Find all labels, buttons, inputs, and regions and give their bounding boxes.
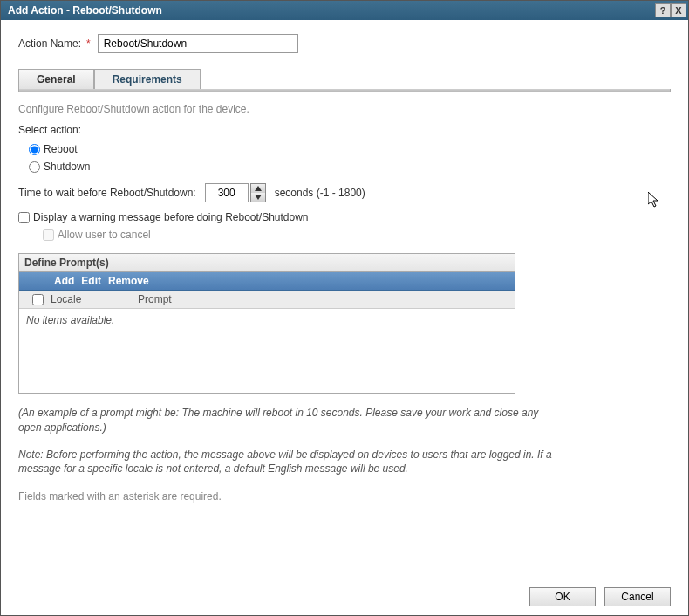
prompts-col-prompt: Prompt xyxy=(138,293,509,305)
prompts-column-headers: Locale Prompt xyxy=(19,291,515,309)
prompt-note-text: Note: Before performing the action, the … xyxy=(18,448,559,477)
required-asterisk: * xyxy=(86,38,91,50)
action-name-row: Action Name: * xyxy=(18,34,671,53)
help-icon: ? xyxy=(660,6,666,16)
action-name-input[interactable] xyxy=(98,34,298,53)
titlebar-buttons: ? X xyxy=(655,3,686,17)
time-wait-row: Time to wait before Reboot/Shutdown: sec… xyxy=(18,183,671,202)
svg-marker-0 xyxy=(255,186,262,191)
radio-shutdown-label: Shutdown xyxy=(44,161,90,173)
define-prompts-panel: Define Prompt(s) Add Edit Remove Locale … xyxy=(18,253,515,394)
close-button[interactable]: X xyxy=(671,3,686,17)
action-name-label: Action Name: xyxy=(18,38,81,50)
chevron-down-icon xyxy=(255,195,262,200)
cancel-button[interactable]: Cancel xyxy=(604,587,671,606)
time-wait-input[interactable] xyxy=(205,183,249,202)
spinner-down-button[interactable] xyxy=(251,193,265,202)
tab-requirements[interactable]: Requirements xyxy=(94,69,201,89)
titlebar: Add Action - Reboot/Shutdown ? X xyxy=(1,1,688,20)
help-button[interactable]: ? xyxy=(655,3,671,17)
display-warning-checkbox[interactable] xyxy=(18,212,30,223)
display-warning-label: Display a warning message before doing R… xyxy=(33,211,309,223)
window-title: Add Action - Reboot/Shutdown xyxy=(8,4,162,17)
radio-shutdown-row[interactable]: Shutdown xyxy=(29,161,671,173)
allow-cancel-checkbox[interactable] xyxy=(43,229,54,241)
prompt-example-text: (An example of a prompt might be: The ma… xyxy=(18,406,542,435)
tab-description: Configure Reboot/Shutdown action for the… xyxy=(18,103,671,115)
radio-reboot-row[interactable]: Reboot xyxy=(29,143,671,155)
close-icon: X xyxy=(675,6,681,16)
prompts-toolbar: Add Edit Remove xyxy=(19,272,515,291)
allow-cancel-label: Allow user to cancel xyxy=(58,229,151,241)
svg-marker-1 xyxy=(255,195,262,200)
spinner-up-button[interactable] xyxy=(251,184,265,193)
prompts-col-locale: Locale xyxy=(51,293,138,305)
dialog-content: Action Name: * General Requirements Conf… xyxy=(1,20,688,615)
prompts-add-button[interactable]: Add xyxy=(54,275,74,287)
define-prompts-header: Define Prompt(s) xyxy=(19,254,515,272)
prompts-select-all-checkbox[interactable] xyxy=(32,294,44,305)
required-fields-note: Fields marked with an asterisk are requi… xyxy=(18,490,671,503)
prompts-empty-text: No items available. xyxy=(26,314,114,326)
time-wait-units: seconds (-1 - 1800) xyxy=(275,187,365,199)
radio-shutdown[interactable] xyxy=(29,161,40,173)
ok-button[interactable]: OK xyxy=(529,587,596,606)
dialog-window: Add Action - Reboot/Shutdown ? X Action … xyxy=(0,0,689,616)
time-wait-spinner xyxy=(250,183,266,202)
prompts-edit-button[interactable]: Edit xyxy=(81,275,101,287)
prompts-remove-button[interactable]: Remove xyxy=(108,275,149,287)
radio-reboot[interactable] xyxy=(29,144,40,155)
tab-bar: General Requirements xyxy=(18,69,671,89)
tab-underline xyxy=(18,89,671,92)
allow-cancel-row[interactable]: Allow user to cancel xyxy=(43,229,671,241)
chevron-up-icon xyxy=(255,186,262,191)
prompts-select-all[interactable] xyxy=(24,294,51,305)
time-wait-label: Time to wait before Reboot/Shutdown: xyxy=(18,187,196,199)
select-action-label: Select action: xyxy=(18,124,671,136)
dialog-button-row: OK Cancel xyxy=(18,570,671,606)
radio-reboot-label: Reboot xyxy=(44,143,78,155)
display-warning-row[interactable]: Display a warning message before doing R… xyxy=(18,211,671,223)
prompts-body: No items available. xyxy=(19,309,515,393)
tab-general[interactable]: General xyxy=(18,69,94,89)
